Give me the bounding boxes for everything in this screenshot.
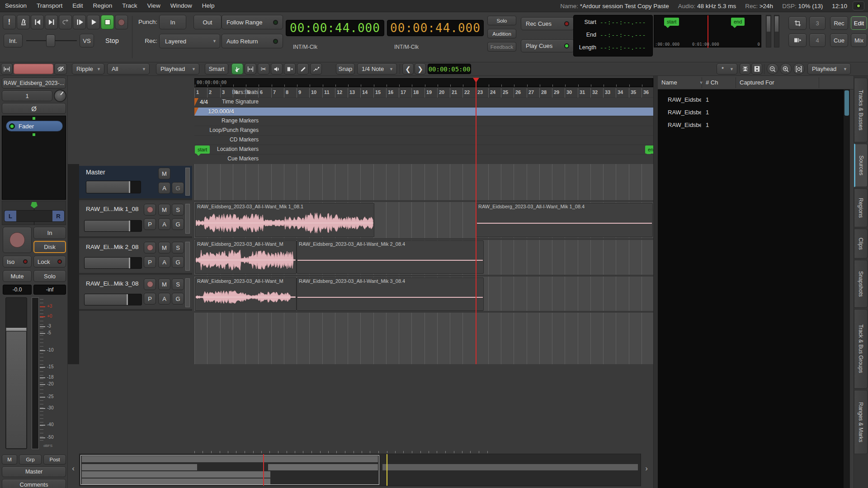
playhead-line[interactable] [476, 78, 476, 364]
rec-mode-dropdown[interactable]: Layered▼ [159, 34, 220, 48]
timecode-ruler[interactable]: 00:00:00:00 [194, 78, 653, 87]
status-led-button[interactable] [853, 1, 864, 10]
region[interactable]: RAW_Eidsberg_2023-03_All-I-Want_M [195, 277, 297, 311]
tempo-bar[interactable] [194, 108, 653, 116]
goto-end-button[interactable] [45, 15, 58, 29]
processor-led[interactable] [9, 123, 15, 129]
menu-track[interactable]: Track [117, 0, 142, 12]
gain-fader-handle[interactable] [6, 328, 27, 331]
smart-mode-button[interactable]: Smart [205, 63, 228, 75]
edit-page-button[interactable]: Edit [851, 16, 867, 30]
editor-vscrollbar[interactable] [653, 76, 658, 488]
zoom-to-session-button[interactable] [793, 63, 805, 75]
audition-tool-button[interactable] [271, 63, 283, 75]
location-markers-ruler[interactable]: start end [194, 145, 653, 155]
side-tab-track-bus-groups[interactable]: Track & Bus Groups [854, 309, 868, 389]
mini-fader-1[interactable] [766, 15, 771, 47]
summary-scroll-left-button[interactable]: ‹ [70, 463, 77, 474]
summary-scroll-right-button[interactable]: › [643, 463, 650, 474]
shuttle-handle[interactable] [46, 34, 55, 47]
play-button[interactable] [87, 15, 100, 29]
group-track-button[interactable]: G [172, 218, 184, 230]
region[interactable]: RAW_Eidsberg_2023-03_All-I-Want_Mik 1_08… [195, 203, 374, 237]
side-tab-ranges-marks[interactable]: Ranges & Marks [854, 390, 868, 454]
hide-strip-button[interactable] [54, 63, 67, 75]
solo-track-button[interactable]: S [172, 242, 184, 253]
track-header-mik3[interactable]: RAW_Ei...Mik 3_08 M S P A G [79, 277, 192, 311]
solo-iso-button[interactable]: Iso [3, 256, 32, 267]
selection-end-value[interactable]: --:--:--.--- [600, 32, 646, 38]
solo-indicator-button[interactable]: Solo [487, 16, 516, 25]
mute-button[interactable]: Mute [3, 270, 32, 282]
mixer-strip-button[interactable] [788, 33, 807, 47]
shuttle-control[interactable] [26, 34, 77, 47]
track-gain-slider[interactable] [86, 181, 141, 193]
zoom-in-button[interactable] [780, 63, 792, 75]
track-resize-handle[interactable] [185, 242, 190, 271]
post-button[interactable]: Post [43, 455, 66, 465]
expand-tracks-button[interactable] [751, 63, 762, 75]
zoom-out-button[interactable] [767, 63, 778, 75]
automation-tool-button[interactable] [310, 63, 322, 75]
edit-point-clock[interactable]: 00:00:05:00 [428, 64, 471, 74]
shrink-tracks-button[interactable] [740, 63, 750, 75]
rec-page-button[interactable]: Rec [830, 16, 848, 30]
column-divider[interactable] [819, 77, 819, 88]
time-signature-ruler[interactable]: 4/4 [194, 98, 653, 107]
menu-transport[interactable]: Transport [32, 0, 67, 12]
track-gain-slider[interactable] [84, 257, 142, 269]
range-markers-ruler[interactable] [194, 117, 653, 126]
mini-end-marker[interactable]: end [731, 18, 745, 26]
track-name[interactable]: RAW_Ei...Mik 1_08 [86, 206, 139, 212]
region[interactable]: RAW_Eidsberg_2023-03_All-I-Want_Mik 2_08… [297, 240, 484, 274]
snap-mode-button[interactable]: Snap [336, 63, 355, 75]
mute-track-button[interactable]: M [158, 242, 170, 253]
source-row[interactable]: RAW_Eidsberg1 [658, 95, 844, 106]
mute-track-button[interactable]: M [158, 168, 170, 179]
track-header-mik1[interactable]: RAW_Ei...Mik 1_08 M S P A G [79, 202, 192, 238]
group-button[interactable]: Grp [19, 455, 42, 465]
track-name[interactable]: RAW_Ei...Mik 3_08 [86, 280, 139, 287]
ripple-mode-dropdown[interactable]: Ripple▼ [72, 63, 104, 75]
end-marker[interactable]: end [645, 145, 653, 154]
menu-session[interactable]: Session [0, 0, 32, 12]
strip-input-button[interactable]: 1 [2, 90, 52, 101]
playlist-button[interactable]: P [144, 293, 156, 305]
monitor-input-button[interactable]: In [33, 227, 66, 239]
monitor-disk-button[interactable]: Disk [33, 241, 66, 253]
output-button[interactable]: Master [2, 466, 66, 477]
menu-edit[interactable]: Edit [67, 0, 88, 12]
automation-track-button[interactable]: A [158, 256, 170, 268]
automation-track-button[interactable]: A [158, 182, 170, 194]
record-button[interactable] [115, 15, 128, 29]
selection-length-value[interactable]: --:--:--.--- [600, 44, 646, 51]
track-name[interactable]: RAW_Ei...Mik 2_08 [86, 244, 139, 250]
playlist-button[interactable]: P [144, 218, 156, 230]
record-enable-button[interactable] [3, 227, 32, 253]
side-tab-regions[interactable]: Regions [854, 188, 868, 227]
punch-out-button[interactable]: Out [193, 15, 222, 29]
mute-track-button[interactable]: M [158, 204, 170, 216]
track-gain-slider[interactable] [84, 220, 142, 232]
solo-track-button[interactable]: S [172, 204, 184, 216]
summary-view[interactable] [79, 454, 641, 486]
track-resize-handle[interactable] [185, 168, 190, 196]
summary-viewport-frame[interactable] [80, 455, 379, 485]
window-4-button[interactable]: 4 [809, 33, 826, 47]
punch-in-button[interactable]: In [159, 15, 186, 29]
side-tab-clips[interactable]: Clips [854, 229, 868, 258]
cue-markers-ruler[interactable] [194, 155, 653, 164]
menu-window[interactable]: Window [165, 0, 197, 12]
comments-button[interactable]: Comments [2, 479, 66, 488]
cd-markers-ruler[interactable] [194, 136, 653, 145]
varispeed-button[interactable]: VS [80, 34, 94, 47]
window-3-button[interactable]: 3 [809, 16, 826, 30]
trim-knob[interactable] [54, 89, 66, 102]
track-gain-slider[interactable] [84, 294, 142, 305]
sources-scrollbar-thumb[interactable] [844, 90, 849, 116]
region[interactable]: RAW_Eidsberg_2023-03_All-I-Want_Mik 1_08… [476, 203, 653, 237]
record-arm-button[interactable] [144, 242, 156, 253]
solo-lock-button[interactable]: Lock [33, 256, 66, 267]
record-arm-button[interactable] [144, 204, 156, 216]
selection-start-value[interactable]: --:--:--.--- [600, 19, 646, 26]
